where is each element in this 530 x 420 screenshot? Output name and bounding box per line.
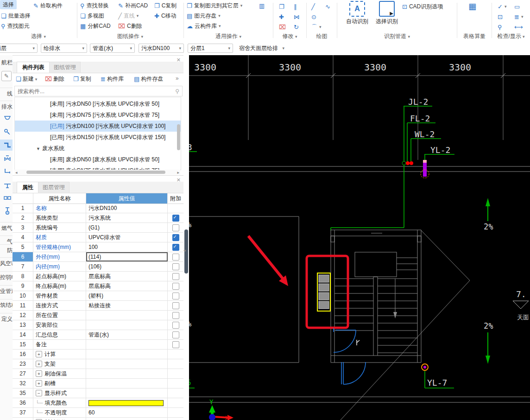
draw-line-button[interactable]: ╱: [311, 2, 315, 11]
floor-drain-icon[interactable]: [1, 205, 12, 216]
modify-mirror-button[interactable]: ⋈: [294, 12, 300, 21]
attach-checkbox[interactable]: [172, 224, 179, 231]
stamp-icon-button[interactable]: ▥: [259, 1, 265, 10]
c-copy-button[interactable]: ❐C复制: [154, 1, 177, 10]
group-label-check-display[interactable]: 检查/显示 ▾: [492, 32, 530, 40]
shower-icon[interactable]: [1, 127, 12, 138]
property-group-row[interactable]: 38+材料价格: [13, 418, 183, 420]
group-label-general-ops[interactable]: 通用操作 ▾: [184, 32, 273, 40]
component-combo[interactable]: 污水DN100▾: [139, 44, 184, 53]
toolbar-overflow-button[interactable]: »: [176, 75, 179, 82]
select-tool-button[interactable]: 选择: [0, 0, 17, 9]
sidebar-group-fire[interactable]: 防: [0, 244, 13, 255]
sidebar-item-navbar[interactable]: 航栏: [0, 59, 13, 67]
draw-polyline-button[interactable]: ∿: [325, 2, 330, 11]
attach-checkbox[interactable]: [172, 273, 179, 280]
tab-component-list[interactable]: 构件列表: [17, 62, 50, 73]
property-row[interactable]: 7内径(mm)(106): [13, 262, 183, 272]
sidebar-group-structure[interactable]: 筑结构: [0, 299, 13, 309]
property-row[interactable]: 36└─填充颜色: [13, 398, 183, 408]
list-item-selected[interactable]: [已用] 污水DN100 [污水系统 UPVC排水管 100]: [15, 121, 181, 132]
sidebar-group-industrial-pipe[interactable]: 业管道: [0, 285, 13, 295]
valve-icon[interactable]: [1, 153, 12, 165]
tree-expander-icon[interactable]: ▼: [36, 146, 40, 151]
riser-point[interactable]: [406, 161, 410, 165]
property-row[interactable]: 15备注: [13, 340, 183, 350]
list-vertical-scrollbar[interactable]: [177, 124, 180, 150]
sublayer-combo[interactable]: 分层1▾: [188, 44, 233, 53]
riser-point[interactable]: [402, 161, 406, 165]
expand-minus-icon[interactable]: −: [36, 390, 42, 396]
tab-sheet-management[interactable]: 图纸管理: [49, 62, 81, 73]
sidebar-group-plumbing[interactable]: 排水: [0, 101, 13, 111]
property-row[interactable]: 2系统类型污水系统: [13, 213, 183, 223]
attach-checkbox[interactable]: [172, 263, 179, 270]
sidebar-group-axisline[interactable]: 线: [0, 88, 13, 98]
sidebar-group-heating-gas[interactable]: 燃气: [0, 222, 13, 232]
attach-checkbox[interactable]: [172, 341, 179, 348]
cloud-library-button[interactable]: ☁云构件库▾: [187, 21, 221, 31]
property-row[interactable]: 37└─不透明度60: [13, 408, 183, 418]
copy-to-other-layer-button[interactable]: ❐复制图元到其它层▾: [187, 1, 242, 10]
check-box-button[interactable]: ⊡: [498, 12, 503, 21]
expand-plus-icon[interactable]: +: [36, 380, 42, 387]
attach-checkbox[interactable]: [172, 302, 179, 309]
attach-checkbox[interactable]: [172, 331, 179, 338]
tab-properties[interactable]: 属性: [17, 182, 39, 193]
multi-view-button[interactable]: ❏多视图: [80, 11, 104, 20]
list-group-wastewater[interactable]: ▼废水系统: [15, 143, 181, 154]
sidebar-group-low-voltage[interactable]: 控弱电: [0, 271, 13, 281]
delete-component-button[interactable]: ⌧删除: [45, 75, 64, 83]
expand-plus-icon[interactable]: +: [36, 351, 42, 357]
auto-identify-button[interactable]: A 自动识别: [344, 0, 371, 25]
modify-rotate-button[interactable]: ↻: [294, 22, 299, 32]
sidebar-group-hvac[interactable]: 风空调: [0, 257, 13, 267]
property-row[interactable]: 12所在位置: [13, 311, 183, 320]
property-row[interactable]: 9终点标高(m)层底标高: [13, 281, 183, 291]
sidebar-group-custom[interactable]: 定义: [0, 313, 13, 323]
property-row[interactable]: 11连接方式粘接连接: [13, 301, 183, 311]
explode-cad-button[interactable]: ▦分解CAD: [80, 21, 111, 31]
list-item[interactable]: [已用] 污水DN150 [污水系统 UPVC排水管 150]: [15, 132, 181, 143]
component-save-button[interactable]: ▤构件存盘: [134, 75, 163, 83]
check-search-button[interactable]: ⚲: [498, 22, 502, 32]
patch-cad-button[interactable]: ✎补画CAD: [118, 1, 148, 10]
select-identify-button[interactable]: ▶ 选择识别: [373, 0, 400, 25]
floor-sheet-combo[interactable]: 宿舍天面层给排▾: [237, 44, 287, 53]
cad-viewport[interactable]: 3300 3300 3300 3300 JL-2 FL-2 WL-2 YL: [189, 55, 530, 420]
measure-button[interactable]: ⟷: [514, 22, 523, 32]
group-label-identify[interactable]: 识别管道 ▾: [337, 32, 457, 40]
scroll-right-icon[interactable]: ▸: [177, 170, 179, 175]
expand-plus-icon[interactable]: +: [36, 361, 42, 367]
group-label-table-calc[interactable]: 表格算量: [457, 32, 492, 40]
attach-checkbox[interactable]: [172, 312, 179, 319]
search-input[interactable]: [15, 88, 175, 95]
property-row[interactable]: 5管径规格(mm)100: [13, 242, 183, 252]
attach-checkbox[interactable]: [172, 234, 179, 241]
display-layers-button[interactable]: ≣▾: [514, 12, 523, 21]
attach-checkbox[interactable]: [172, 293, 179, 299]
modify-delete-button[interactable]: ⌧: [279, 22, 286, 32]
modify-offset-button[interactable]: ∥: [294, 2, 297, 11]
pipe-elbow-icon[interactable]: [1, 166, 12, 178]
property-group-row[interactable]: 23+支架: [13, 359, 183, 369]
list-item[interactable]: [未用] 废水DN50 [废水系统 UPVC排水管 50]: [15, 154, 181, 165]
attach-checkbox[interactable]: [172, 322, 179, 329]
element-save-button[interactable]: ▤图元存盘▾: [187, 11, 221, 20]
attach-checkbox[interactable]: [172, 283, 179, 290]
tab-layer-management[interactable]: 图层管理: [38, 182, 69, 193]
pick-component-button[interactable]: ✎拾取构件: [33, 1, 63, 10]
draw-point-button[interactable]: ⊙: [311, 12, 316, 21]
modify-move-button[interactable]: ✚: [279, 12, 284, 21]
layer-combo[interactable]: 面层▾: [0, 44, 38, 53]
property-group-row[interactable]: 32+剔槽: [13, 379, 183, 388]
property-row[interactable]: 4材质UPVC排水管: [13, 233, 183, 242]
fill-color-swatch[interactable]: [88, 400, 164, 406]
riser-point[interactable]: [410, 161, 413, 165]
expand-plus-icon[interactable]: +: [36, 370, 42, 377]
pipe-tool-icon[interactable]: [0, 140, 13, 151]
edit-pencil-button[interactable]: ✎: [1, 71, 12, 81]
draw-arc-button[interactable]: ⌒▾: [311, 22, 322, 32]
find-element-button[interactable]: ⚲查找图元: [1, 21, 30, 31]
attach-checkbox[interactable]: [172, 244, 179, 251]
